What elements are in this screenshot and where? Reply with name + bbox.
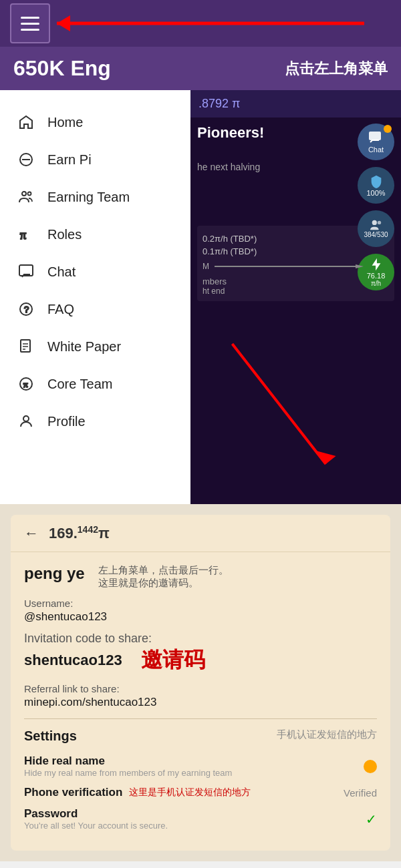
chat-icon-circle[interactable]: Chat <box>358 124 394 160</box>
balance-decimal: 1442 <box>78 524 98 535</box>
menu-item-white-paper[interactable]: White Paper <box>0 328 190 365</box>
divider <box>24 718 377 719</box>
earn-pi-icon <box>17 150 35 169</box>
invite-value-row: shentucao123 邀请码 <box>24 646 377 675</box>
svg-marker-20 <box>372 258 380 270</box>
chat-icon <box>17 262 35 281</box>
pi-roles-icon: π <box>17 225 35 244</box>
svg-point-16 <box>23 416 29 421</box>
notification-dot <box>384 125 392 133</box>
svg-point-19 <box>377 221 380 224</box>
username-value: @shentucao123 <box>24 610 377 624</box>
invitation-badge: 邀请码 <box>141 646 205 675</box>
pi-balance: 169.1442π <box>49 524 110 542</box>
earning-team-icon <box>17 188 35 206</box>
menu-item-earn-pi[interactable]: Earn Pi <box>0 141 190 178</box>
hamburger-button[interactable] <box>10 3 50 43</box>
menu-item-core-team[interactable]: π Core Team <box>0 365 190 403</box>
referral-label: Referral link to share: <box>24 683 377 694</box>
earn-unit: π/h <box>371 280 381 287</box>
password-setting: Password You're all set! Your account is… <box>24 807 377 831</box>
header-bar <box>0 0 401 47</box>
team-value: 384/530 <box>364 231 388 238</box>
menu-item-roles[interactable]: π Roles <box>0 216 190 253</box>
red-arrow-top <box>50 3 378 40</box>
menu-item-earning-team[interactable]: Earning Team <box>0 178 190 216</box>
svg-marker-21 <box>356 264 364 268</box>
svg-text:π: π <box>23 379 28 389</box>
profile-body: peng ye 左上角菜单，点击最后一行。 这里就是你的邀请码。 Usernam… <box>11 552 390 851</box>
hide-name-label: Hide real name <box>24 754 232 768</box>
shield-icon-circle[interactable]: 100% <box>358 167 394 204</box>
password-row: Password You're all set! Your account is… <box>24 807 377 831</box>
password-checkmark: ✓ <box>366 811 377 827</box>
hide-name-row: Hide real name Hide my real name from me… <box>24 754 377 778</box>
top-section: 650K Eng 点击左上角菜单 Home Earn Pi <box>0 0 401 504</box>
svg-line-22 <box>233 344 326 464</box>
svg-rect-17 <box>369 132 381 140</box>
hide-name-toggle[interactable] <box>364 760 377 773</box>
lightning-icon <box>369 257 384 272</box>
balance-main: 169. <box>49 525 78 541</box>
menu-label-faq: FAQ <box>47 302 74 317</box>
phone-label: Phone verification <box>24 786 122 799</box>
password-info: Password You're all set! Your account is… <box>24 807 168 831</box>
referral-value: minepi.com/shentucao123 <box>24 696 377 709</box>
earn-icon-circle[interactable]: 76.18 π/h <box>358 254 394 290</box>
svg-point-5 <box>28 192 31 196</box>
app-panel: .8792 π Pioneers! Chat 100% <box>190 90 401 504</box>
svg-marker-1 <box>57 15 70 31</box>
menu-label-chat: Chat <box>47 264 76 280</box>
shield-icon <box>369 174 384 189</box>
svg-marker-23 <box>316 451 336 464</box>
chinese-note-profile: 左上角菜单，点击最后一行。 这里就是你的邀请码。 <box>98 564 229 590</box>
password-label: Password <box>24 807 168 821</box>
menu-label-earn-pi: Earn Pi <box>47 152 92 168</box>
svg-text:π: π <box>20 228 26 242</box>
svg-point-4 <box>22 192 26 196</box>
white-paper-icon <box>17 337 35 356</box>
hide-name-desc: Hide my real name from members of my ear… <box>24 768 232 778</box>
bottom-wrapper: ← 169.1442π peng ye 左上角菜单，点击最后一行。 这里就是你的… <box>0 504 401 861</box>
menu-label-roles: Roles <box>47 227 82 242</box>
faq-icon: ? <box>17 300 35 318</box>
hide-name-setting: Hide real name Hide my real name from me… <box>24 754 377 778</box>
app-body: Pioneers! Chat 100% 384/530 <box>190 118 401 308</box>
core-team-icon: π <box>17 375 35 393</box>
phone-row: Phone verification 这里是手机认证发短信的地方 Verifie… <box>24 786 377 799</box>
arrow-right-icon <box>356 262 364 270</box>
menu-item-profile[interactable]: Profile <box>0 403 190 440</box>
menu-label-white-paper: White Paper <box>47 339 121 355</box>
settings-note: 手机认证发短信的地方 <box>277 728 377 741</box>
svg-point-18 <box>372 220 376 225</box>
username-label: Username: <box>24 598 377 609</box>
team-icon-circle[interactable]: 384/530 <box>358 210 394 247</box>
app-header: .8792 π <box>190 90 401 118</box>
app-title: 650K Eng <box>13 56 111 81</box>
user-name: peng ye <box>24 564 85 583</box>
earn-rate: 76.18 <box>367 272 386 280</box>
name-row: peng ye 左上角菜单，点击最后一行。 这里就是你的邀请码。 <box>24 564 377 590</box>
menu-item-chat[interactable]: Chat <box>0 253 190 290</box>
chat-label: Chat <box>368 146 384 154</box>
balance-unit: π <box>98 525 110 541</box>
invitation-label: Invitation code to share: <box>24 632 377 646</box>
profile-icon <box>17 412 35 431</box>
phone-note: 这里是手机认证发短信的地方 <box>129 787 251 799</box>
shield-value: 100% <box>366 189 385 197</box>
referral-row: Referral link to share: minepi.com/shent… <box>24 683 377 709</box>
back-button[interactable]: ← <box>24 525 39 542</box>
title-bar: 650K Eng 点击左上角菜单 <box>0 47 401 90</box>
app-balance: .8792 π <box>198 97 240 111</box>
invitation-value: shentucao123 <box>24 652 122 669</box>
menu-item-faq[interactable]: ? FAQ <box>0 290 190 328</box>
hamburger-line-2 <box>21 23 39 25</box>
chat-bubble-icon <box>368 131 384 144</box>
chinese-instruction: 点击左上角菜单 <box>285 59 388 79</box>
hamburger-line-3 <box>21 29 39 31</box>
hamburger-line-1 <box>21 17 39 19</box>
profile-section: ← 169.1442π peng ye 左上角菜单，点击最后一行。 这里就是你的… <box>11 515 390 851</box>
menu-label-core-team: Core Team <box>47 377 112 392</box>
menu-item-home[interactable]: Home <box>0 103 190 141</box>
hide-name-info: Hide real name Hide my real name from me… <box>24 754 232 778</box>
